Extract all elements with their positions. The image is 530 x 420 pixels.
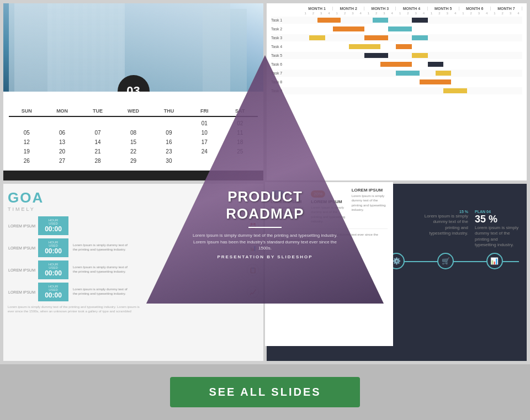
gantt-subheader: 1234 1234 1234 1234 1234 1234 1234: [271, 12, 522, 15]
timeline-node-4: 📊: [470, 253, 519, 269]
gantt-header: MONTH 1 MONTH 2 MONTH 3 MONTH 4 MONTH 5 …: [271, 7, 522, 10]
triangle-content: PRODUCTROADMAP Lorem Ipsum is simply dum…: [188, 188, 342, 259]
gantt-row-task4: Task 4: [271, 43, 522, 50]
timeline-node-3: 🛒: [421, 253, 470, 269]
roadmap-subtitle: Lorem Ipsum is simply dummy text of the …: [188, 232, 342, 251]
gantt-row-task3: Task 3: [271, 34, 522, 41]
see-all-slides-button[interactable]: SEE ALL SLIDES: [170, 377, 359, 407]
plan-item-blank2: [461, 280, 519, 306]
roadmap-byline: PRESENTATION BY SLIDESHOP: [188, 254, 342, 259]
plan-04: PLAN 04 35 % Lorem ipsum is simply dummy…: [475, 210, 519, 248]
slide-number-badge: 03: [118, 75, 150, 92]
footer-text: Lorem ipsum is simply dummy text of the …: [8, 305, 259, 314]
cta-bar: SEE ALL SLIDES: [0, 364, 530, 420]
plan-15: 15 % Lorem ipsum is simply dummy text of…: [424, 210, 468, 248]
gantt-row-task1: Task 1: [271, 17, 522, 24]
plan-item-blank1: [399, 280, 457, 306]
triangle-overlay: [146, 55, 384, 304]
roadmap-divider: [248, 227, 282, 228]
gantt-row-task2: Task 2: [271, 25, 522, 33]
slide-product-roadmap: PRODUCTROADMAP Lorem Ipsum is simply dum…: [146, 55, 384, 304]
roadmap-title: PRODUCTROADMAP: [188, 188, 342, 222]
